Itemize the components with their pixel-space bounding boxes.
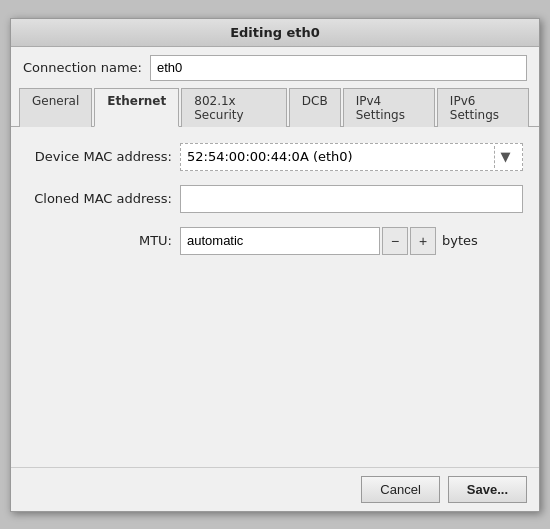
device-mac-value: 52:54:00:00:44:0A (eth0): [187, 149, 494, 164]
dialog-footer: Cancel Save...: [11, 467, 539, 511]
mtu-input[interactable]: [180, 227, 380, 255]
connection-name-label: Connection name:: [23, 60, 142, 75]
device-mac-dropdown[interactable]: 52:54:00:00:44:0A (eth0) ▼: [180, 143, 523, 171]
dialog: Editing eth0 Connection name: General Et…: [10, 18, 540, 512]
dialog-title: Editing eth0: [230, 25, 320, 40]
tab-8021x-security[interactable]: 802.1x Security: [181, 88, 287, 127]
cloned-mac-row: Cloned MAC address:: [27, 185, 523, 213]
connection-name-input[interactable]: [150, 55, 527, 81]
ethernet-tab-content: Device MAC address: 52:54:00:00:44:0A (e…: [11, 127, 539, 467]
tab-ipv4-settings[interactable]: IPv4 Settings: [343, 88, 435, 127]
tab-general[interactable]: General: [19, 88, 92, 127]
tabs-row: General Ethernet 802.1x Security DCB IPv…: [11, 87, 539, 127]
cloned-mac-input[interactable]: [180, 185, 523, 213]
mtu-decrement-button[interactable]: −: [382, 227, 408, 255]
dialog-titlebar: Editing eth0: [11, 19, 539, 47]
mtu-input-group: − + bytes: [180, 227, 478, 255]
tab-ethernet[interactable]: Ethernet: [94, 88, 179, 127]
tab-ipv6-settings[interactable]: IPv6 Settings: [437, 88, 529, 127]
cancel-button[interactable]: Cancel: [361, 476, 439, 503]
mtu-row: MTU: − + bytes: [27, 227, 523, 255]
tab-dcb[interactable]: DCB: [289, 88, 341, 127]
device-mac-label: Device MAC address:: [27, 149, 172, 164]
cloned-mac-label: Cloned MAC address:: [27, 191, 172, 206]
mtu-label: MTU:: [27, 233, 172, 248]
mtu-unit: bytes: [442, 233, 478, 248]
connection-name-row: Connection name:: [11, 47, 539, 87]
save-button[interactable]: Save...: [448, 476, 527, 503]
device-mac-dropdown-arrow[interactable]: ▼: [494, 146, 516, 168]
device-mac-row: Device MAC address: 52:54:00:00:44:0A (e…: [27, 143, 523, 171]
mtu-increment-button[interactable]: +: [410, 227, 436, 255]
